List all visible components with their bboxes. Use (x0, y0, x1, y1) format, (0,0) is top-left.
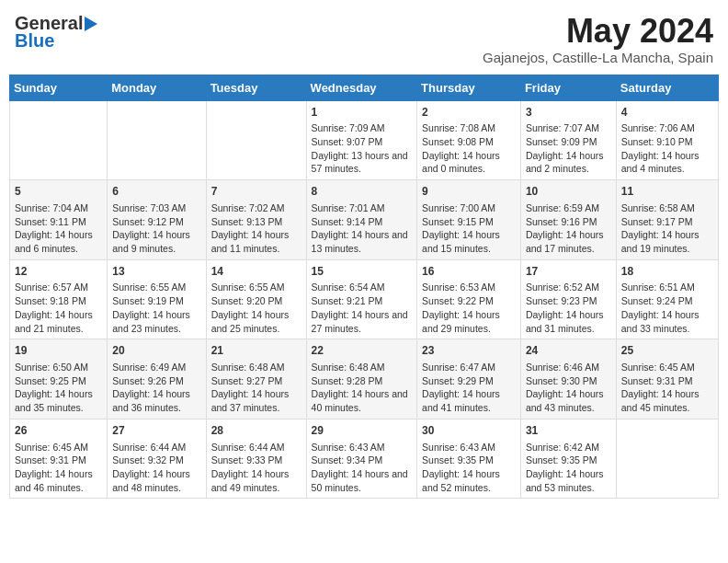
day-info: Sunrise: 6:59 AMSunset: 9:16 PMDaylight:… (526, 201, 611, 256)
calendar-cell: 10Sunrise: 6:59 AMSunset: 9:16 PMDayligh… (520, 180, 616, 260)
day-info: Sunrise: 7:03 AMSunset: 9:12 PMDaylight:… (112, 201, 200, 256)
logo-blue-text: Blue (15, 30, 54, 52)
calendar-cell: 27Sunrise: 6:44 AMSunset: 9:32 PMDayligh… (108, 419, 206, 499)
calendar-cell: 12Sunrise: 6:57 AMSunset: 9:18 PMDayligh… (10, 259, 108, 339)
day-info: Sunrise: 6:48 AMSunset: 9:27 PMDaylight:… (211, 361, 301, 415)
day-info: Sunrise: 6:57 AMSunset: 9:18 PMDaylight:… (15, 281, 102, 335)
day-info: Sunrise: 7:09 AMSunset: 9:07 PMDaylight:… (312, 121, 413, 176)
header-wednesday: Wednesday (306, 75, 417, 100)
calendar-cell: 28Sunrise: 6:44 AMSunset: 9:33 PMDayligh… (206, 419, 306, 499)
calendar-cell: 15Sunrise: 6:54 AMSunset: 9:21 PMDayligh… (306, 259, 417, 339)
calendar-cell: 16Sunrise: 6:53 AMSunset: 9:22 PMDayligh… (417, 259, 521, 339)
calendar-table: SundayMondayTuesdayWednesdayThursdayFrid… (9, 75, 719, 500)
calendar-cell (108, 100, 206, 180)
calendar-cell: 29Sunrise: 6:43 AMSunset: 9:34 PMDayligh… (306, 419, 417, 499)
day-number: 7 (211, 184, 301, 200)
day-info: Sunrise: 6:42 AMSunset: 9:35 PMDaylight:… (526, 441, 611, 495)
day-number: 16 (422, 264, 516, 280)
day-number: 22 (312, 343, 413, 359)
day-number: 20 (112, 343, 200, 359)
day-number: 6 (112, 184, 200, 200)
calendar-cell: 17Sunrise: 6:52 AMSunset: 9:23 PMDayligh… (520, 259, 616, 339)
calendar-cell: 30Sunrise: 6:43 AMSunset: 9:35 PMDayligh… (417, 419, 521, 499)
day-number: 17 (526, 264, 611, 280)
day-number: 4 (621, 105, 713, 121)
day-info: Sunrise: 6:55 AMSunset: 9:20 PMDaylight:… (211, 281, 301, 335)
calendar-week-row: 1Sunrise: 7:09 AMSunset: 9:07 PMDaylight… (10, 100, 719, 180)
calendar-cell: 2Sunrise: 7:08 AMSunset: 9:08 PMDaylight… (417, 100, 521, 180)
day-info: Sunrise: 7:06 AMSunset: 9:10 PMDaylight:… (621, 121, 713, 176)
calendar-cell (616, 419, 718, 499)
calendar-cell: 14Sunrise: 6:55 AMSunset: 9:20 PMDayligh… (206, 259, 306, 339)
day-number: 26 (15, 423, 102, 439)
day-number: 15 (312, 264, 413, 280)
header-friday: Friday (520, 75, 616, 100)
day-number: 2 (422, 105, 516, 121)
day-info: Sunrise: 6:47 AMSunset: 9:29 PMDaylight:… (422, 361, 516, 415)
calendar-week-row: 12Sunrise: 6:57 AMSunset: 9:18 PMDayligh… (10, 259, 719, 339)
header-tuesday: Tuesday (206, 75, 306, 100)
title-block: May 2024 Gajanejos, Castille-La Mancha, … (483, 13, 713, 65)
location-title: Gajanejos, Castille-La Mancha, Spain (483, 50, 713, 65)
day-info: Sunrise: 7:08 AMSunset: 9:08 PMDaylight:… (422, 121, 516, 176)
day-info: Sunrise: 6:44 AMSunset: 9:32 PMDaylight:… (112, 441, 200, 495)
day-info: Sunrise: 7:07 AMSunset: 9:09 PMDaylight:… (526, 121, 611, 176)
calendar-cell: 1Sunrise: 7:09 AMSunset: 9:07 PMDaylight… (306, 100, 417, 180)
calendar-cell: 21Sunrise: 6:48 AMSunset: 9:27 PMDayligh… (206, 339, 306, 419)
day-number: 11 (621, 184, 713, 200)
day-number: 14 (211, 264, 301, 280)
calendar-cell: 13Sunrise: 6:55 AMSunset: 9:19 PMDayligh… (108, 259, 206, 339)
day-number: 28 (211, 423, 301, 439)
day-number: 1 (312, 105, 413, 121)
month-title: May 2024 (483, 13, 713, 50)
logo-arrow-icon (85, 17, 97, 31)
calendar-cell: 11Sunrise: 6:58 AMSunset: 9:17 PMDayligh… (616, 180, 718, 260)
day-info: Sunrise: 7:01 AMSunset: 9:14 PMDaylight:… (312, 201, 413, 256)
day-info: Sunrise: 6:53 AMSunset: 9:22 PMDaylight:… (422, 281, 516, 335)
day-info: Sunrise: 6:43 AMSunset: 9:35 PMDaylight:… (422, 441, 516, 495)
calendar-cell: 9Sunrise: 7:00 AMSunset: 9:15 PMDaylight… (417, 180, 521, 260)
calendar-cell: 4Sunrise: 7:06 AMSunset: 9:10 PMDaylight… (616, 100, 718, 180)
day-info: Sunrise: 7:04 AMSunset: 9:11 PMDaylight:… (15, 201, 102, 256)
day-number: 9 (422, 184, 516, 200)
calendar-cell: 5Sunrise: 7:04 AMSunset: 9:11 PMDaylight… (10, 180, 108, 260)
calendar-week-row: 26Sunrise: 6:45 AMSunset: 9:31 PMDayligh… (10, 419, 719, 499)
calendar-header-row: SundayMondayTuesdayWednesdayThursdayFrid… (10, 75, 719, 100)
day-info: Sunrise: 6:52 AMSunset: 9:23 PMDaylight:… (526, 281, 611, 335)
logo: General Blue (15, 13, 97, 52)
calendar-cell: 26Sunrise: 6:45 AMSunset: 9:31 PMDayligh… (10, 419, 108, 499)
day-number: 21 (211, 343, 301, 359)
header-sunday: Sunday (10, 75, 108, 100)
calendar-cell: 20Sunrise: 6:49 AMSunset: 9:26 PMDayligh… (108, 339, 206, 419)
calendar-cell: 18Sunrise: 6:51 AMSunset: 9:24 PMDayligh… (616, 259, 718, 339)
calendar-cell: 7Sunrise: 7:02 AMSunset: 9:13 PMDaylight… (206, 180, 306, 260)
day-info: Sunrise: 6:49 AMSunset: 9:26 PMDaylight:… (112, 361, 200, 415)
day-number: 18 (621, 264, 713, 280)
day-number: 3 (526, 105, 611, 121)
day-info: Sunrise: 6:54 AMSunset: 9:21 PMDaylight:… (312, 281, 413, 335)
calendar-cell: 25Sunrise: 6:45 AMSunset: 9:31 PMDayligh… (616, 339, 718, 419)
calendar-cell: 23Sunrise: 6:47 AMSunset: 9:29 PMDayligh… (417, 339, 521, 419)
day-info: Sunrise: 6:46 AMSunset: 9:30 PMDaylight:… (526, 361, 611, 415)
calendar-cell: 22Sunrise: 6:48 AMSunset: 9:28 PMDayligh… (306, 339, 417, 419)
day-number: 30 (422, 423, 516, 439)
day-info: Sunrise: 6:50 AMSunset: 9:25 PMDaylight:… (15, 361, 102, 415)
day-info: Sunrise: 7:02 AMSunset: 9:13 PMDaylight:… (211, 201, 301, 256)
calendar-week-row: 19Sunrise: 6:50 AMSunset: 9:25 PMDayligh… (10, 339, 719, 419)
day-info: Sunrise: 6:45 AMSunset: 9:31 PMDaylight:… (15, 441, 102, 495)
calendar-week-row: 5Sunrise: 7:04 AMSunset: 9:11 PMDaylight… (10, 180, 719, 260)
calendar-cell: 6Sunrise: 7:03 AMSunset: 9:12 PMDaylight… (108, 180, 206, 260)
day-info: Sunrise: 6:45 AMSunset: 9:31 PMDaylight:… (621, 361, 713, 415)
day-number: 31 (526, 423, 611, 439)
day-info: Sunrise: 6:43 AMSunset: 9:34 PMDaylight:… (312, 441, 413, 495)
day-info: Sunrise: 7:00 AMSunset: 9:15 PMDaylight:… (422, 201, 516, 256)
header-monday: Monday (108, 75, 206, 100)
day-number: 13 (112, 264, 200, 280)
calendar-cell (206, 100, 306, 180)
calendar-cell (10, 100, 108, 180)
calendar-cell: 31Sunrise: 6:42 AMSunset: 9:35 PMDayligh… (520, 419, 616, 499)
day-number: 25 (621, 343, 713, 359)
day-info: Sunrise: 6:51 AMSunset: 9:24 PMDaylight:… (621, 281, 713, 335)
day-number: 8 (312, 184, 413, 200)
day-number: 12 (15, 264, 102, 280)
